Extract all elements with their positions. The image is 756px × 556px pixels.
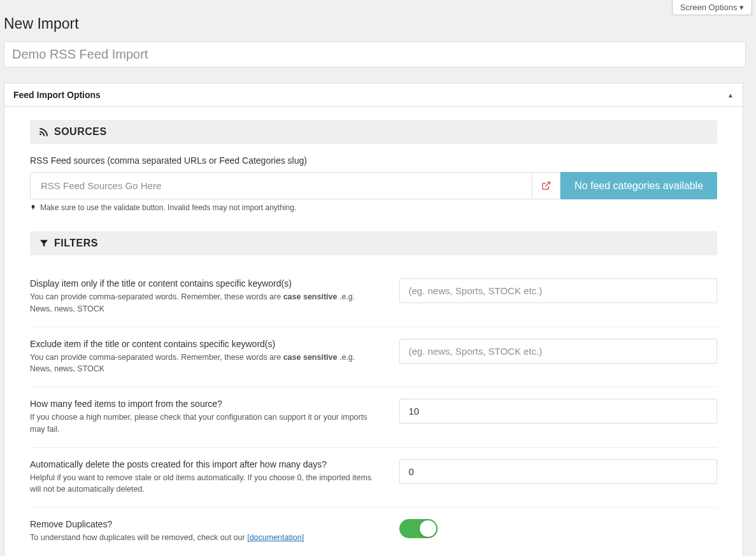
sources-section-header: SOURCES (30, 120, 717, 144)
sources-label: RSS Feed sources (comma separated URLs o… (30, 155, 717, 166)
external-link-icon (541, 181, 551, 190)
validate-feed-button[interactable] (532, 172, 560, 199)
no-categories-badge: No feed categories available (560, 172, 717, 199)
include-keywords-label: Display item only if the title or conten… (30, 278, 374, 289)
delete-days-label: Automatically delete the posts created f… (30, 459, 374, 469)
include-keywords-input[interactable] (399, 278, 718, 303)
page-title: New Import (1, 15, 743, 41)
filter-icon (39, 238, 49, 248)
remove-duplicates-toggle[interactable] (399, 519, 438, 538)
sources-heading: SOURCES (54, 126, 107, 138)
rss-icon (39, 127, 49, 137)
remove-duplicates-desc: To understand how duplicates will be rem… (30, 532, 374, 544)
filters-heading: FILTERS (54, 238, 98, 249)
documentation-link[interactable]: [documentation] (247, 533, 304, 542)
svg-line-0 (545, 182, 550, 187)
exclude-keywords-input[interactable] (399, 339, 718, 364)
item-count-input[interactable] (399, 399, 718, 424)
item-count-desc: If you choose a high number, please chec… (30, 411, 374, 436)
exclude-keywords-desc: You can provide comma-separated words. R… (30, 352, 374, 376)
collapse-icon[interactable]: ▲ (727, 92, 734, 99)
screen-options-button[interactable]: Screen Options ▾ (672, 0, 752, 15)
delete-days-desc: Helpful if you want to remove stale or o… (30, 472, 374, 496)
import-title-input[interactable] (4, 41, 746, 68)
include-keywords-desc: You can provide comma-separated words. R… (30, 291, 374, 315)
lightbulb-icon (30, 203, 36, 212)
delete-days-input[interactable] (399, 459, 718, 484)
exclude-keywords-label: Exclude item if the title or content con… (30, 339, 374, 349)
filters-section-header: FILTERS (30, 231, 717, 255)
remove-duplicates-label: Remove Duplicates? (30, 519, 374, 529)
item-count-label: How many feed items to import from the s… (30, 399, 374, 409)
postbox-title: Feed Import Options (13, 90, 101, 100)
feed-import-options-box: Feed Import Options ▲ SOURCES RSS Feed s… (4, 83, 743, 556)
sources-hint: Make sure to use the validate button. In… (40, 203, 296, 212)
feed-sources-input[interactable] (30, 172, 532, 199)
